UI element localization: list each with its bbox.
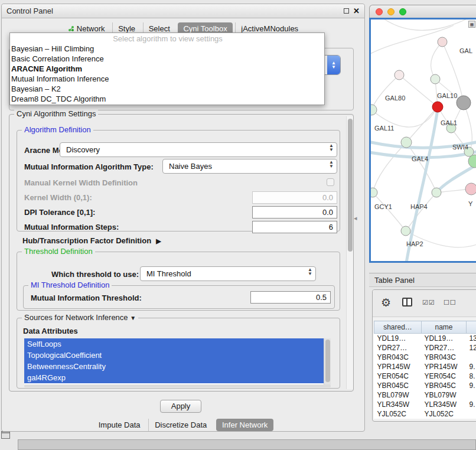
gear-icon[interactable]: ⚙ — [381, 296, 391, 309]
node-label: GAL80 — [385, 94, 405, 102]
dropdown-item[interactable]: Basic Correlation Inference — [10, 54, 324, 64]
which-threshold-label: Which threshold to use: — [51, 270, 139, 279]
column-header[interactable]: name — [422, 321, 467, 334]
panel-collapse-icon[interactable]: ◂ — [354, 214, 357, 222]
list-item[interactable]: TopologicalCoefficient — [24, 350, 324, 361]
mi-algorithm-type-combobox[interactable]: Naive Bayes ▲▼ — [162, 159, 337, 174]
dpi-tolerance-field[interactable]: 0.0 — [252, 206, 337, 219]
table-row[interactable]: YDL19…YDL19…13 — [374, 334, 476, 343]
chevron-down-icon: ▼ — [130, 315, 136, 321]
dropdown-item[interactable]: Bayesian – K2 — [10, 84, 324, 94]
dropdown-item[interactable]: Bayesian – Hill Climbing — [10, 44, 324, 54]
list-item[interactable]: gal4RGexp — [24, 372, 324, 383]
network-node[interactable] — [401, 226, 410, 236]
node-label: HAP4 — [410, 203, 428, 210]
minimize-traffic-button[interactable] — [387, 8, 395, 15]
spinner-arrows-icon: ▲▼ — [308, 268, 312, 276]
column-header[interactable]: shared… — [374, 321, 422, 334]
algorithm-definition-group: Algorithm Definition Aracne Mode: Discov… — [17, 130, 340, 231]
tab-discretize-data[interactable]: Discretize Data — [148, 419, 213, 431]
checked-pair-icon[interactable]: ☑☑ — [422, 299, 435, 306]
algorithm-definition-title: Algorithm Definition — [22, 125, 93, 134]
kernel-width-label: Kernel Width (0,1): — [24, 193, 92, 202]
apply-button[interactable]: Apply — [160, 400, 201, 413]
table-row[interactable]: YBR043CYBR043C — [374, 353, 476, 362]
mi-threshold-label: Mutual Information Threshold: — [31, 294, 142, 302]
dropdown-item-selected[interactable]: ARACNE Algorithm — [10, 64, 324, 74]
data-attributes-list: SelfLoops TopologicalCoefficient Between… — [24, 338, 331, 384]
table-row[interactable]: YBL079WYBL079W — [374, 390, 476, 400]
zoom-traffic-button[interactable] — [399, 8, 406, 15]
dropdown-item[interactable]: Mutual Information Inference — [10, 74, 324, 84]
chevron-right-icon: ▶ — [156, 237, 161, 244]
mi-threshold-field[interactable]: 0.5 — [250, 291, 331, 304]
network-node[interactable] — [401, 137, 412, 148]
network-node-red[interactable] — [432, 102, 443, 112]
kernel-width-field[interactable]: 0.0 — [252, 191, 337, 204]
network-canvas-frame: GAL80 GAL10 GAL11 GAL1 SWI4 GAL4 GCY1 HA… — [369, 18, 476, 263]
tab-impute-data[interactable]: Impute Data — [93, 419, 146, 431]
combobox-arrow-button[interactable]: ▲ ▼ — [327, 56, 340, 74]
node-label-partial: Y — [468, 200, 473, 207]
mi-algorithm-type-label: Mutual Information Algorithm Type: — [24, 162, 154, 171]
table-row[interactable]: YER054CYER054C8. — [374, 371, 476, 381]
table-row[interactable]: YDR27…YDR27…12 — [374, 343, 476, 353]
spinner-arrows-icon: ▲▼ — [329, 160, 334, 168]
birdseye-toggle-icon[interactable]: ▦ — [468, 21, 475, 28]
float-window-icon[interactable] — [344, 8, 349, 14]
spinner-arrows-icon: ▲▼ — [329, 144, 334, 152]
sources-group-title[interactable]: Sources for Network Inference ▼ — [22, 313, 138, 322]
list-horizontal-scrollbar[interactable] — [24, 384, 331, 387]
mi-threshold-definition-title: MI Threshold Definition — [28, 281, 112, 289]
network-window-titlebar — [369, 5, 476, 18]
node-attribute-table: shared… name YDL19…YDL19…13 YDR27…YDR27…… — [374, 321, 476, 419]
network-node-gal10[interactable] — [457, 96, 471, 110]
network-node[interactable] — [432, 188, 441, 197]
close-icon[interactable]: ✕ — [353, 7, 360, 15]
close-traffic-button[interactable] — [376, 8, 383, 15]
unchecked-pair-icon[interactable]: ☐☐ — [444, 299, 457, 306]
list-item[interactable]: BetweennessCentrality — [24, 361, 324, 372]
hidden-panel-icon[interactable] — [1, 431, 10, 439]
node-label: HAP2 — [406, 240, 423, 247]
collapsed-bottom-panel[interactable] — [18, 439, 476, 450]
columns-icon[interactable] — [402, 298, 412, 306]
network-canvas[interactable]: GAL80 GAL10 GAL11 GAL1 SWI4 GAL4 GCY1 HA… — [371, 19, 476, 261]
network-node[interactable] — [371, 188, 377, 197]
tab-infer-network[interactable]: Infer Network — [216, 419, 273, 431]
network-view-window: GAL80 GAL10 GAL11 GAL1 SWI4 GAL4 GCY1 HA… — [369, 5, 476, 263]
mi-threshold-definition-group: MI Threshold Definition Mutual Informati… — [23, 285, 335, 309]
network-node[interactable] — [395, 70, 404, 80]
table-panel-title: Table Panel — [374, 276, 415, 285]
table-toolbar: ⚙ ☑☑ ☐☐ — [373, 290, 476, 317]
scrollbar-thumb[interactable] — [348, 119, 353, 252]
network-node[interactable] — [431, 74, 440, 84]
aracne-mode-combobox[interactable]: Discovery ▲▼ — [60, 142, 337, 157]
list-item[interactable]: SelfLoops — [24, 338, 324, 350]
threshold-definition-group: Threshold Definition Which threshold to … — [17, 252, 340, 311]
table-row[interactable]: YLR345WYLR345W9. — [374, 400, 476, 409]
node-label: GCY1 — [374, 203, 392, 210]
settings-group-title: Cyni Algorithm Settings — [14, 109, 98, 118]
cyni-algorithm-settings-group: Cyni Algorithm Settings Algorithm Defini… — [9, 114, 354, 392]
settings-scrollbar[interactable] — [346, 116, 353, 389]
which-threshold-combobox[interactable]: MI Threshold ▲▼ — [140, 266, 316, 281]
network-node[interactable] — [465, 183, 476, 195]
dpi-tolerance-label: DPI Tolerance [0,1]: — [24, 208, 95, 217]
node-label: GAL10 — [437, 92, 457, 99]
table-row[interactable]: YJL052CYJL052C — [374, 409, 476, 419]
mi-steps-field[interactable]: 6 — [252, 221, 337, 233]
dropdown-item[interactable]: Dream8 DC_TDC Algorithm — [10, 94, 324, 104]
column-header[interactable] — [467, 321, 476, 334]
cyni-bottom-tab-bar: Impute Data Discretize Data Infer Networ… — [2, 419, 364, 431]
spinner-down-icon: ▼ — [331, 65, 336, 69]
table-row[interactable]: YPR145WYPR145W9. — [374, 362, 476, 371]
node-label: SWI4 — [452, 144, 468, 151]
hub-tf-definition-toggle[interactable]: Hub/Transcription Factor Definition▶ — [22, 236, 161, 245]
list-vertical-scrollbar[interactable] — [324, 338, 331, 384]
algorithm-dropdown-popup: Select algorithm to view settings Bayesi… — [9, 32, 325, 105]
manual-kernel-width-checkbox[interactable] — [327, 178, 334, 186]
mi-steps-label: Mutual Information Steps: — [24, 223, 119, 231]
network-node[interactable] — [438, 37, 447, 47]
table-row[interactable]: YBR045CYBR045C9. — [374, 381, 476, 390]
